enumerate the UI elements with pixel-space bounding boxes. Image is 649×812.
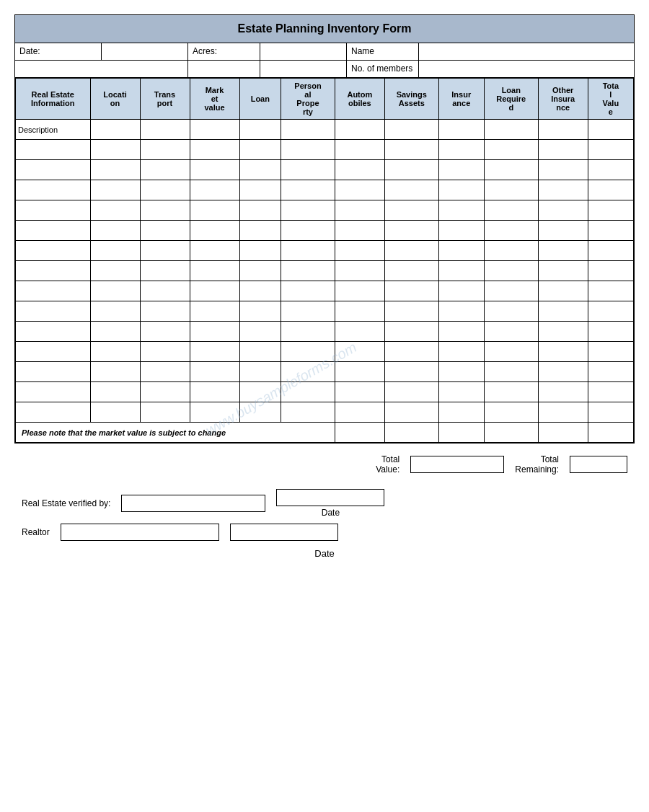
description-label: Description [16,120,91,140]
acres-label: Acres: [188,43,260,60]
desc-cell-12[interactable] [588,120,633,140]
verified-row: Real Estate verified by: Date [22,489,627,518]
table-row [16,342,634,362]
no-members-label: No. of members [347,61,419,77]
date-label: Date: [15,43,102,60]
desc-cell-2[interactable] [90,120,140,140]
date-value[interactable] [102,43,188,60]
desc-cell-4[interactable] [190,120,239,140]
real-estate-verified-input[interactable] [121,495,265,512]
top-info-row1: Date: Acres: Name [15,43,634,61]
col-header-market-value: Marketvalue [190,79,239,120]
form-title: Estate Planning Inventory Form [15,15,634,43]
col-header-automobiles: Automobiles [335,79,384,120]
table-row [16,221,634,241]
desc-cell-9[interactable] [438,120,484,140]
table-row [16,241,634,261]
table-row [16,261,634,281]
table-row [16,140,634,160]
total-row: Total Value: Total Remaining: [22,454,627,475]
table-row [16,322,634,342]
table-row [16,180,634,200]
total-remaining-input[interactable] [570,456,627,473]
table-row [16,200,634,221]
name-input[interactable] [423,46,630,57]
col-header-real-estate: Real EstateInformation [16,79,91,120]
col-header-insurance: Insurance [438,79,484,120]
date-bottom-label: Date [314,548,334,559]
acres-value[interactable] [260,43,347,60]
desc-cell-5[interactable] [239,120,281,140]
total-value-label: Total Value: [376,454,399,475]
col-header-personal-property: PersonalProperty [281,79,335,120]
desc-cell-3[interactable] [140,120,190,140]
form-wrapper: Estate Planning Inventory Form Date: Acr… [14,14,635,443]
col-header-savings-assets: SavingsAssets [384,79,438,120]
verified-date-input[interactable] [276,489,384,506]
name-label: Name [347,43,419,60]
col-header-loan-required: LoanRequired [484,79,538,120]
desc-cell-10[interactable] [484,120,538,140]
col-header-total-value: TotalValue [588,79,633,120]
total-value-input[interactable] [410,456,504,473]
notice-row: Please note that the market value is sub… [16,423,634,443]
col-header-transport: Transport [140,79,190,120]
date-input[interactable] [106,46,183,57]
table-row [16,382,634,402]
acres-input[interactable] [265,46,342,57]
main-table: Real EstateInformation Location Transpor… [15,78,634,443]
desc-cell-7[interactable] [335,120,384,140]
table-row [16,281,634,301]
real-estate-verified-label: Real Estate verified by: [22,498,110,508]
verified-date-container: Date [276,489,384,518]
name-value[interactable] [419,43,634,60]
col-header-other-insurance: OtherInsurance [538,79,588,120]
empty-cell-1 [15,61,188,77]
header-row: Real EstateInformation Location Transpor… [16,79,634,120]
top-info-row2: No. of members [15,61,634,78]
realtor-date-input[interactable] [230,524,338,541]
table-row [16,402,634,423]
desc-cell-11[interactable] [538,120,588,140]
no-members-value[interactable] [419,61,634,77]
date-label-verified: Date [322,508,340,518]
no-members-input[interactable] [423,63,630,74]
realtor-label: Realtor [22,527,50,537]
total-remaining-label: Total Remaining: [515,454,559,475]
table-row [16,160,634,180]
table-row [16,301,634,322]
date-bottom: Date [22,548,627,559]
realtor-input[interactable] [61,524,219,541]
description-row: Description [16,120,634,140]
empty-cell-2 [188,61,260,77]
desc-cell-8[interactable] [384,120,438,140]
main-table-container: www.buysampleforms.com Real EstateInform… [15,78,634,443]
table-row [16,362,634,382]
col-header-loan: Loan [239,79,281,120]
realtor-row: Realtor [22,524,627,541]
desc-cell-6[interactable] [281,120,335,140]
bottom-section: Total Value: Total Remaining: Real Estat… [14,443,635,566]
empty-cell-3 [260,61,347,77]
col-header-location: Location [90,79,140,120]
notice-text: Please note that the market value is sub… [16,423,335,443]
